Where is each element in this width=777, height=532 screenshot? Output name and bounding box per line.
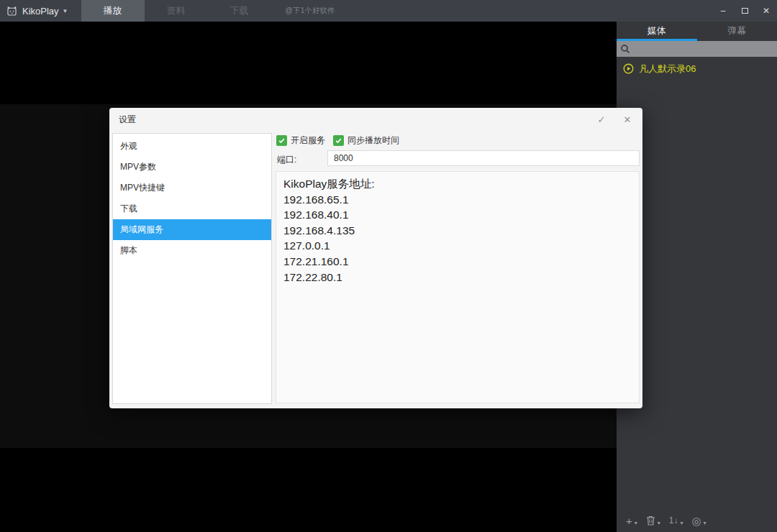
search-input[interactable] (633, 42, 773, 56)
sidebar-tabs: 媒体 弹幕 (617, 22, 777, 41)
dialog-ok-button[interactable]: ✓ (596, 114, 607, 125)
port-input[interactable] (327, 150, 640, 166)
tab-play[interactable]: 播放 (81, 0, 145, 22)
settings-dialog-actions: ✓ ✕ (596, 114, 633, 125)
close-button[interactable]: ✕ (755, 0, 777, 22)
delete-button[interactable]: ▾ (646, 515, 660, 526)
service-address-heading: KikoPlay服务地址: (283, 176, 632, 192)
tab-download[interactable]: 下载 (208, 0, 271, 22)
delete-icon (646, 515, 655, 526)
add-icon: + (626, 515, 632, 526)
settings-nav-download[interactable]: 下载 (113, 198, 271, 219)
enable-service-label: 开启服务 (291, 134, 325, 147)
sort-caret-icon: ▾ (680, 520, 683, 526)
sync-time-label: 同步播放时间 (347, 134, 399, 147)
tab-media[interactable]: 媒体 (617, 22, 697, 41)
settings-nav-lan-service[interactable]: 局域网服务 (113, 219, 271, 240)
tab-library[interactable]: 资料 (145, 0, 208, 22)
playlist-item[interactable]: 凡人默示录06 (617, 60, 777, 78)
service-address-box: KikoPlay服务地址: 192.168.65.1 192.168.40.1 … (276, 171, 640, 403)
add-button[interactable]: + ▾ (626, 515, 637, 526)
settings-nav-list: 外观 MPV参数 MPV快捷键 下载 局域网服务 脚本 (112, 133, 272, 404)
title-bar: KikoPlay ▼ 播放 资料 下载 @下1个好软件 – ✕ (0, 0, 777, 22)
service-address: 192.168.4.135 (283, 223, 632, 239)
settings-nav-scripts[interactable]: 脚本 (113, 240, 271, 261)
settings-nav-appearance[interactable]: 外观 (113, 136, 271, 157)
playlist: 凡人默示录06 (617, 60, 777, 78)
loop-mode-button[interactable]: ◎ ▾ (692, 515, 706, 526)
settings-dialog-titlebar: 设置 ✓ ✕ (109, 108, 642, 131)
service-options-row: 开启服务 同步播放时间 (276, 134, 407, 147)
app-menu-dropdown-icon: ▼ (63, 8, 68, 14)
delete-caret-icon: ▾ (658, 520, 660, 526)
window-controls: – ✕ (712, 0, 777, 22)
loop-icon: ◎ (692, 515, 701, 526)
settings-dialog-title: 设置 (119, 114, 136, 126)
add-caret-icon: ▾ (635, 520, 637, 526)
playing-icon (623, 63, 634, 74)
watermark-text: @下1个好软件 (286, 6, 335, 16)
playlist-toolbar: + ▾ ▾ 1↓ ▾ ◎ ▾ (617, 509, 777, 532)
kikoplay-logo-icon (6, 5, 18, 17)
tab-danmaku[interactable]: 弹幕 (697, 22, 777, 41)
service-address: 192.168.65.1 (283, 192, 632, 208)
checkbox-checked-icon (276, 135, 287, 146)
app-title: KikoPlay (22, 6, 59, 17)
port-label: 端口: (277, 154, 296, 166)
search-bar[interactable] (617, 41, 777, 57)
service-address: 127.0.0.1 (283, 238, 632, 254)
search-icon (620, 44, 630, 54)
sync-time-checkbox[interactable]: 同步播放时间 (333, 134, 399, 147)
main-tabs: 播放 资料 下载 (81, 0, 271, 22)
service-address: 192.168.40.1 (283, 207, 632, 223)
app-menu-button[interactable]: KikoPlay ▼ (6, 5, 68, 17)
enable-service-checkbox[interactable]: 开启服务 (276, 134, 325, 147)
sort-icon: 1↓ (669, 515, 678, 526)
checkbox-checked-icon (333, 135, 344, 146)
maximize-button[interactable] (734, 0, 755, 22)
service-address: 172.22.80.1 (283, 270, 632, 285)
settings-nav-mpv-params[interactable]: MPV参数 (113, 157, 271, 178)
service-address: 172.21.160.1 (283, 254, 632, 270)
sort-button[interactable]: 1↓ ▾ (669, 515, 683, 526)
loop-caret-icon: ▾ (704, 520, 706, 526)
settings-dialog: 设置 ✓ ✕ 外观 MPV参数 MPV快捷键 下载 局域网服务 脚本 开启服务 … (109, 108, 642, 408)
dialog-close-button[interactable]: ✕ (622, 114, 633, 125)
settings-nav-mpv-shortcuts[interactable]: MPV快捷键 (113, 178, 271, 198)
maximize-icon (742, 8, 748, 14)
playlist-item-title: 凡人默示录06 (639, 63, 696, 75)
minimize-button[interactable]: – (712, 0, 734, 22)
